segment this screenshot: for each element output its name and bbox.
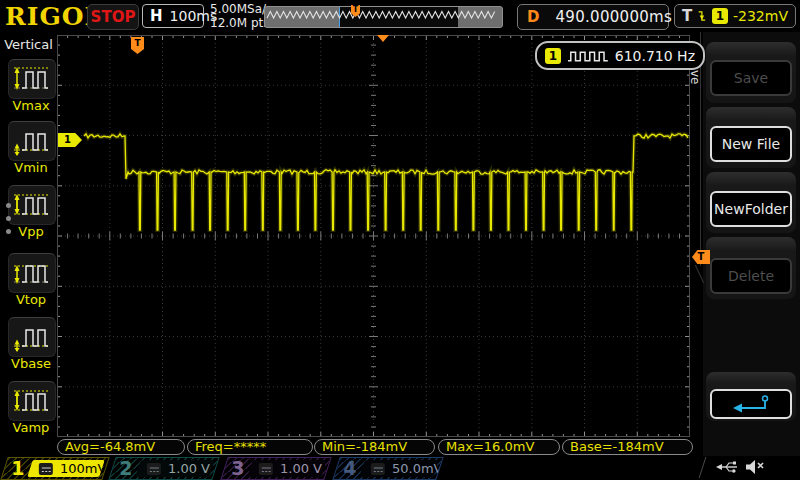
status-bar-divider xyxy=(699,457,707,478)
channel-3-scale: 1.00 V xyxy=(280,461,322,476)
trigger-source-badge: 1 xyxy=(712,8,728,24)
measurement-base: Base=-184mV xyxy=(562,439,693,455)
channel-1-scale-box: 100mV xyxy=(27,460,105,477)
vbase-label: Vbase xyxy=(0,356,62,371)
dc-coupling-icon xyxy=(259,463,273,475)
overview-wave xyxy=(265,7,500,27)
channel-1-status[interactable]: 1 100mV xyxy=(0,457,109,480)
freq-counter-channel-badge: 1 xyxy=(545,48,561,64)
new-file-button[interactable]: New File xyxy=(710,126,792,162)
vtop-icon xyxy=(12,258,52,288)
channel-2-number: 2 xyxy=(119,457,132,479)
horizontal-label: H xyxy=(150,7,163,25)
channel-2-status[interactable]: 2 1.00 V xyxy=(108,457,219,480)
frequency-counter: 1 610.710 Hz xyxy=(535,41,705,70)
waveform-overview-bar[interactable]: T xyxy=(264,6,503,28)
vbase-icon xyxy=(12,322,52,352)
vmax-button[interactable] xyxy=(8,59,56,99)
acquisition-info: 5.00MSa/s 12.0M pts xyxy=(210,2,272,30)
trigger-readout-box[interactable]: T 1 -232mV xyxy=(674,4,796,28)
channel-3-number: 3 xyxy=(231,457,244,479)
delay-label: D xyxy=(527,8,539,26)
vmax-label: Vmax xyxy=(0,98,62,113)
usb-icon xyxy=(714,459,740,475)
channel-4-scale-box: 50.0mV xyxy=(359,460,439,477)
square-wave-icon xyxy=(567,48,609,64)
graticule xyxy=(57,35,690,437)
horizontal-timebase-box[interactable]: H 100ms xyxy=(142,4,204,28)
dc-coupling-icon xyxy=(39,463,53,475)
channel-4-status[interactable]: 4 50.0mV xyxy=(332,457,443,480)
vamp-button[interactable] xyxy=(8,381,56,421)
channel-2-scale: 1.00 V xyxy=(168,461,210,476)
memory-depth: 12.0M pts xyxy=(210,16,272,30)
channel-3-status[interactable]: 3 1.00 V xyxy=(220,457,331,480)
vmin-label: Vmin xyxy=(0,160,62,175)
trigger-level-value: -232mV xyxy=(733,8,788,24)
channel-1-scale: 100mV xyxy=(60,461,106,476)
page-indicator-dot xyxy=(6,216,11,221)
channel-4-number: 4 xyxy=(343,457,356,479)
speaker-muted-icon[interactable] xyxy=(744,458,766,476)
freq-counter-value: 610.710 Hz xyxy=(615,48,695,64)
save-button[interactable]: Save xyxy=(710,60,792,96)
new-folder-button[interactable]: NewFolder xyxy=(710,191,792,227)
vtop-label: Vtop xyxy=(0,292,62,307)
dc-coupling-icon xyxy=(371,463,385,475)
falling-edge-icon xyxy=(697,8,707,24)
delay-readout-box: D 490.000000ms xyxy=(517,4,669,30)
page-indicator-dot xyxy=(6,203,11,208)
channel-4-scale: 50.0mV xyxy=(392,461,443,476)
sample-rate: 5.00MSa/s xyxy=(210,2,272,16)
run-state-badge[interactable]: STOP xyxy=(87,4,139,30)
delete-button[interactable]: Delete xyxy=(710,258,792,294)
left-menu-title: Vertical xyxy=(0,37,57,52)
page-indicator-dot xyxy=(6,229,11,234)
vpp-button[interactable] xyxy=(8,185,56,225)
channel-2-scale-box: 1.00 V xyxy=(135,460,215,477)
channel-3-scale-box: 1.00 V xyxy=(247,460,327,477)
vpp-icon xyxy=(12,190,52,220)
trigger-label: T xyxy=(682,7,692,25)
vbase-button[interactable] xyxy=(8,317,56,357)
vamp-icon xyxy=(12,386,52,416)
vamp-label: Vamp xyxy=(0,420,62,435)
measurement-max: Max=16.0mV xyxy=(438,439,560,455)
center-time-marker-icon xyxy=(377,35,389,42)
measurement-freq: Freq=***** xyxy=(187,439,313,455)
dc-coupling-icon xyxy=(147,463,161,475)
vmin-icon xyxy=(12,126,52,156)
vmin-button[interactable] xyxy=(8,121,56,161)
measurement-min: Min=-184mV xyxy=(314,439,435,455)
vtop-button[interactable] xyxy=(8,253,56,293)
vmax-icon xyxy=(12,64,52,94)
channel-1-number: 1 xyxy=(11,457,24,479)
back-button[interactable] xyxy=(710,389,792,419)
oscilloscope-screen: RIGOL STOP H 100ms 5.00MSa/s 12.0M pts T… xyxy=(0,0,800,480)
measurement-avg: Avg=-64.8mV xyxy=(57,439,185,455)
delay-value: 490.000000ms xyxy=(555,8,672,26)
trigger-level-marker[interactable]: T xyxy=(692,250,710,264)
return-arrow-icon xyxy=(729,394,773,414)
